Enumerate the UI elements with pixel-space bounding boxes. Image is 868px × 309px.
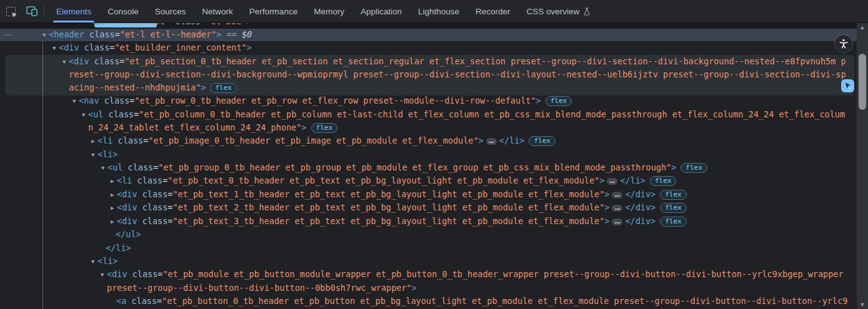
flex-badge[interactable]: flex (660, 217, 687, 227)
node-button-a[interactable]: <a class="et_pb_button_0_tb_header et_pb… (116, 295, 847, 308)
flex-badge[interactable]: flex (311, 123, 338, 133)
tab-recorder[interactable]: Recorder (467, 0, 519, 22)
node-text0-li[interactable]: ▶<li class="et_pb_text_0_tb_header et_pb… (111, 174, 676, 187)
node-column-ul-line1[interactable]: ▼<ul class="et_pb_column_0_tb_header et_… (82, 108, 845, 121)
node-button-wrapper-line1[interactable]: ▼<div class="et_pb_module et_pb_button_m… (101, 268, 844, 281)
node-close-ul[interactable]: </ul> (116, 228, 141, 241)
code-token-tag: <div (117, 216, 142, 226)
expand-arrow-icon[interactable]: ▼ (62, 56, 69, 69)
expand-arrow-icon[interactable]: ▶ (111, 189, 117, 202)
node-et-boc[interactable]: <div id="et-boc" class="et-boc"> (89, 22, 251, 28)
node-section-line2[interactable]: reset--group--divi-section--divi-backgro… (69, 68, 846, 81)
node-close-li[interactable]: </li> (106, 242, 131, 255)
tab-elements[interactable]: Elements (48, 0, 99, 22)
inline-expand-button[interactable]: … (486, 138, 497, 145)
code-token-tag: <li> (97, 149, 118, 159)
tab-sources[interactable]: Sources (147, 0, 194, 22)
tab-lighthouse[interactable]: Lighthouse (410, 0, 467, 22)
tab-label: Network (202, 7, 233, 16)
devtools-window: ElementsConsoleSourcesNetworkPerformance… (0, 0, 868, 309)
expand-arrow-icon[interactable]: ▼ (42, 29, 49, 42)
expand-arrow-icon[interactable]: ▼ (101, 268, 107, 282)
expand-arrow-icon[interactable]: ▼ (72, 95, 79, 108)
node-image-li[interactable]: ▶<li class="et_pb_image_0_tb_header et_p… (91, 134, 556, 147)
node-row-nav[interactable]: ▼<nav class="et_pb_row_0_tb_header et_pb… (72, 94, 572, 107)
code-token-attr: class (104, 96, 130, 105)
flex-badge[interactable]: flex (650, 176, 677, 186)
tab-application[interactable]: Application (352, 0, 410, 22)
code-token-tag: <li> (97, 256, 118, 266)
node-text3-div[interactable]: ▶<div class="et_pb_text_3_tb_header et_p… (111, 215, 687, 228)
code-token-val: "et-l et-l--header" (120, 29, 216, 39)
device-toolbar-icon[interactable] (21, 2, 42, 20)
flex-badge[interactable]: flex (660, 203, 687, 213)
tab-label: Recorder (476, 7, 511, 16)
tab-label: Performance (249, 7, 297, 16)
flex-badge[interactable]: flex (210, 83, 237, 93)
code-token-attr: class (142, 202, 168, 212)
accessibility-person-icon[interactable] (835, 35, 852, 52)
expand-arrow-icon[interactable]: ▼ (91, 149, 97, 162)
code-token-tag: </li> (106, 243, 131, 253)
expand-arrow-icon[interactable]: ▼ (91, 255, 97, 268)
inline-expand-button[interactable]: … (612, 218, 622, 225)
toolbar-separator (44, 5, 44, 17)
node-group-ul[interactable]: ▼<ul class="et_pb_group_0_tb_header et_p… (101, 161, 707, 174)
node-li-2[interactable]: ▼<li> (91, 255, 118, 268)
code-token-val: "et_pb_column_0_tb_header et_pb_column e… (139, 109, 845, 119)
flex-badge[interactable]: flex (529, 136, 556, 146)
tab-memory[interactable]: Memory (306, 0, 352, 22)
expand-arrow-icon[interactable]: ▶ (111, 202, 117, 215)
node-section-line3[interactable]: acing--nested--nhdhpujmia">flex (69, 81, 237, 94)
code-token-tag: <ul (88, 109, 109, 119)
scrollbar-up-arrow[interactable]: ▲ (857, 22, 868, 32)
tab-performance[interactable]: Performance (241, 0, 306, 22)
tab-label: Console (107, 7, 139, 16)
code-token-val: "et_builder_inner_content" (114, 42, 246, 52)
code-token-val: "et_pb_group_0_tb_header et_pb_group et_… (158, 162, 671, 172)
node-text2-div[interactable]: ▶<div class="et_pb_text_2_tb_header et_p… (111, 201, 687, 214)
expand-arrow-icon[interactable]: ▼ (101, 162, 107, 175)
expand-arrow-icon[interactable]: ▼ (52, 42, 59, 55)
expand-arrow-icon[interactable]: ▶ (111, 175, 117, 188)
tab-network[interactable]: Network (194, 0, 241, 22)
code-token-tag: > (604, 216, 609, 226)
code-token-tag: > (247, 42, 252, 52)
code-token-attr: class (132, 269, 158, 279)
flex-badge[interactable]: flex (660, 190, 687, 200)
gutter-overflow-dots[interactable]: ⋯ (3, 28, 13, 41)
elements-dom-tree: <div id="et-boc" class="et-boc">▼<header… (0, 22, 857, 309)
node-column-ul-line2[interactable]: n_24_24_tablet et_flex_column_24_24_phon… (88, 121, 337, 134)
expand-arrow-icon[interactable]: ▶ (91, 135, 97, 148)
ai-cursor-badge[interactable] (841, 79, 854, 92)
node-header-selected[interactable]: ▼<header class="et-l et-l--header"> == $… (42, 28, 252, 41)
code-token-attr: class (118, 135, 144, 145)
vertical-scrollbar[interactable]: ▲ ▼ (857, 22, 868, 309)
node-li[interactable]: ▼<li> (91, 148, 118, 161)
node-text1-div[interactable]: ▶<div class="et_pb_text_1_tb_header et_p… (111, 188, 687, 201)
expand-arrow-icon[interactable]: ▼ (82, 109, 88, 122)
expand-arrow-icon[interactable]: ▶ (111, 215, 117, 228)
inspect-element-icon[interactable] (0, 2, 21, 20)
node-builder-inner-content[interactable]: ▼<div class="et_builder_inner_content"> (52, 41, 252, 54)
code-token-attr: class (131, 296, 157, 306)
code-token-tag: > (479, 135, 484, 145)
scrollbar-down-arrow[interactable]: ▼ (857, 300, 868, 309)
code-token-tag: <div (107, 269, 132, 279)
code-token-tag: > (536, 96, 541, 105)
flex-badge[interactable]: flex (546, 96, 572, 106)
tab-css-overview[interactable]: CSS overview (519, 0, 599, 22)
node-section-line1[interactable]: ▼<div class="et_pb_section_0_tb_header e… (62, 55, 846, 68)
code-token-tag: > (604, 189, 609, 199)
code-token-tag: <nav (79, 96, 104, 105)
code-token-val: n_24_24_tablet et_flex_column_24_24_phon… (88, 122, 301, 132)
code-token-val: "et_pb_text_2_tb_header et_pb_text et_pb… (172, 202, 604, 212)
inline-expand-button[interactable]: … (607, 178, 617, 185)
node-button-wrapper-line2[interactable]: preset--group--divi-button--divi-button-… (107, 282, 417, 295)
inline-expand-button[interactable]: … (612, 205, 622, 212)
inline-expand-button[interactable]: … (612, 192, 622, 199)
scrollbar-thumb[interactable] (859, 54, 866, 110)
tab-console[interactable]: Console (99, 0, 147, 22)
flex-badge[interactable]: flex (681, 163, 707, 173)
devtools-toolbar: ElementsConsoleSourcesNetworkPerformance… (0, 0, 868, 23)
